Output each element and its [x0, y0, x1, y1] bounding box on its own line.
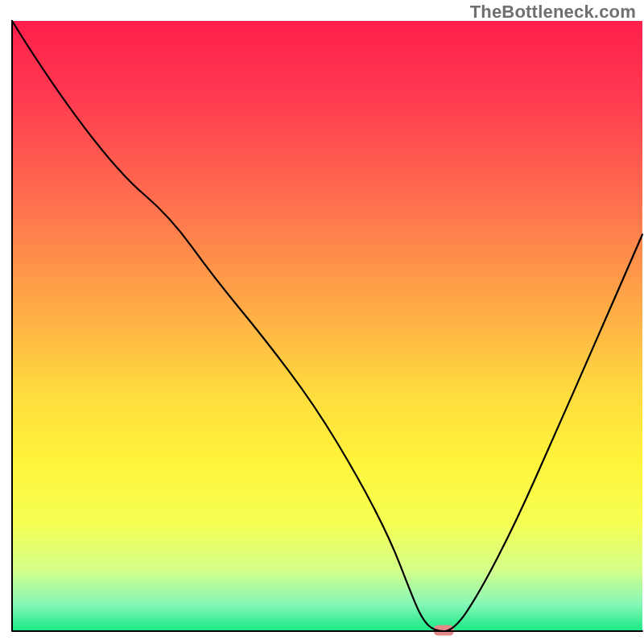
chart-stage: TheBottleneck.com	[0, 0, 644, 644]
bottleneck-chart-canvas	[0, 0, 644, 644]
watermark-text: TheBottleneck.com	[470, 2, 636, 23]
